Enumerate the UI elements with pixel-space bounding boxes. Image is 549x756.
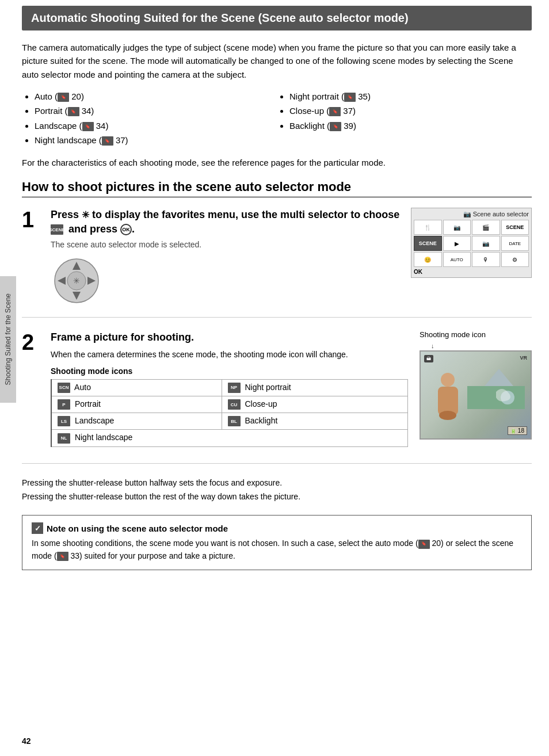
table-cell-closeup: CU Close-up — [222, 396, 407, 413]
step-1-number: 1 — [22, 208, 40, 307]
multi-selector-icon: ✳ — [51, 255, 102, 307]
table-cell-landscape: LS Landscape — [51, 413, 222, 430]
menu-cell-cam2: 📷 — [472, 236, 500, 251]
icons-table-title: Shooting mode icons — [51, 366, 408, 376]
step-2-right-panel: Shooting mode icon ↓ 🏔 VR — [420, 330, 532, 440]
menu-cell-fork: 🍴 — [414, 220, 442, 235]
menu-cell-scene: SCENE — [501, 220, 529, 235]
list-item-night-portrait: Night portrait (🔖 35) — [289, 89, 532, 104]
camera-display-mockup: 🏔 VR — [420, 350, 532, 440]
menu-cell-film: 🎬 — [472, 220, 500, 235]
svg-text:✳: ✳ — [73, 276, 80, 285]
table-cell-portrait: P Portrait — [51, 396, 222, 413]
table-cell-backlight: BL Backlight — [222, 413, 407, 430]
table-cell-night-landscape: NL Night landscape — [51, 430, 408, 446]
shooting-mode-icon-label: Shooting mode icon — [420, 330, 486, 339]
list-item-auto: Auto (🔖 20) — [35, 89, 277, 104]
list-item-landscape: Landscape (🔖 34) — [35, 119, 277, 133]
press-note-1: Pressing the shutter-release button half… — [22, 476, 532, 490]
section-heading: How to shoot pictures in the scene auto … — [22, 180, 532, 197]
table-row: P Portrait CU Close-up — [51, 396, 408, 413]
press-notes-section: Pressing the shutter-release button half… — [22, 476, 532, 504]
page-header: Automatic Shooting Suited for the Scene … — [22, 6, 532, 30]
table-row: SCN Auto NP Night portrait — [51, 379, 408, 396]
sidebar-label: Shooting Suited for the Scene — [0, 276, 16, 403]
menu-cell-face: 😊 — [414, 252, 442, 267]
step-1-subtitle: The scene auto selector mode is selected… — [51, 240, 402, 249]
note-text: In some shooting conditions, the scene m… — [32, 537, 522, 562]
menu-cell-date: DATE — [501, 236, 529, 251]
camera-menu-title: 📷 Scene auto selector — [414, 211, 529, 218]
step-2-left: Frame a picture for shooting. When the c… — [51, 330, 408, 452]
vr-badge: VR — [520, 355, 527, 361]
step-1: 1 Press ✳ to display the favorites menu,… — [22, 208, 532, 318]
bullet-col-left: Auto (🔖 20) Portrait (🔖 34) Landscape (🔖… — [22, 89, 277, 148]
step-1-title: Press ✳ to display the favorites menu, u… — [51, 208, 402, 236]
svg-marker-11 — [485, 369, 513, 386]
camera-menu-mockup: 📷 Scene auto selector 🍴 📷 🎬 SCENE SCENE … — [411, 208, 532, 278]
portrait-silhouette — [432, 369, 464, 427]
shooting-mode-icons-table: SCN Auto NP Night portrait P Portrait CU… — [51, 379, 408, 447]
svg-point-9 — [439, 411, 456, 420]
scene-mode-indicator: 🏔 — [424, 355, 433, 362]
list-item-closeup: Close-up (🔖 37) — [289, 104, 532, 119]
step-2: 2 Frame a picture for shooting. When the… — [22, 330, 532, 463]
camera-menu-ok: OK — [414, 269, 529, 275]
menu-cell-camera: 📷 — [443, 220, 471, 235]
menu-cell-gear: ⚙ — [501, 252, 529, 267]
list-item-night-landscape: Night landscape (🔖 37) — [35, 133, 277, 148]
menu-cell-auto: AUTO — [443, 252, 471, 267]
press-note-2: Pressing the shutter-release button the … — [22, 490, 532, 504]
landscape-background — [467, 363, 525, 411]
menu-cell-scene-active: SCENE — [414, 236, 442, 251]
characteristics-text: For the characteristics of each shooting… — [22, 156, 532, 169]
table-row: LS Landscape BL Backlight — [51, 413, 408, 430]
table-row: NL Night landscape — [51, 430, 408, 446]
page-number: 42 — [22, 736, 31, 746]
table-cell-night-portrait: NP Night portrait — [222, 379, 407, 396]
step-2-number: 2 — [22, 330, 40, 452]
list-item-backlight: Backlight (🔖 39) — [289, 119, 532, 133]
intro-paragraph: The camera automatically judges the type… — [22, 41, 532, 81]
table-cell-auto: SCN Auto — [51, 379, 222, 396]
menu-cell-play: ▶ — [443, 236, 471, 251]
note-title: ✓ Note on using the scene auto selector … — [32, 522, 522, 534]
menu-cell-mic: 🎙 — [472, 252, 500, 267]
bullet-col-right: Night portrait (🔖 35) Close-up (🔖 37) Ba… — [277, 89, 532, 148]
step-2-content: Frame a picture for shooting. When the c… — [51, 330, 532, 452]
step-1-content: Press ✳ to display the favorites menu, u… — [51, 208, 532, 307]
step-2-subtitle: When the camera determines the scene mod… — [51, 349, 408, 361]
bullet-list-section: Auto (🔖 20) Portrait (🔖 34) Landscape (🔖… — [22, 89, 532, 148]
step-2-title: Frame a picture for shooting. — [51, 330, 408, 345]
note-icon: ✓ — [32, 522, 43, 534]
svg-point-7 — [441, 373, 455, 387]
note-box: ✓ Note on using the scene auto selector … — [22, 515, 532, 570]
list-item-portrait: Portrait (🔖 34) — [35, 104, 277, 119]
shot-count-badge: 🔋 18 — [508, 426, 527, 435]
arrow-indicator: ↓ — [431, 342, 434, 349]
